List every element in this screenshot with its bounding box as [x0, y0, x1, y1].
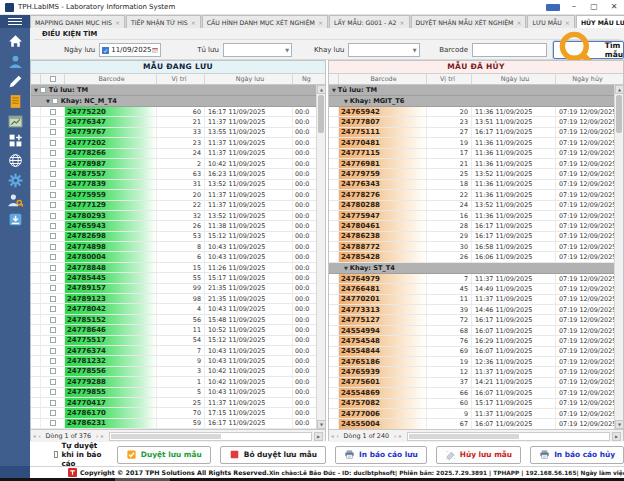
collapse-icon[interactable]: ▼ [34, 87, 38, 93]
table-row[interactable]: 24777006911:37 11/09/202507:19 12/09/202… [329, 409, 614, 419]
select-all-checkbox[interactable] [41, 74, 65, 84]
table-row[interactable]: 247778072313:51 11/09/202507:19 12/09/20… [329, 117, 614, 127]
table-row[interactable]: 247704811911:36 11/09/202507:19 12/09/20… [329, 138, 614, 148]
row-checkbox[interactable] [41, 408, 65, 417]
tab-4[interactable]: LẤY MẪU: G001 - A2× [329, 15, 410, 28]
table-row[interactable]: 24779288110:42 11/09/202500:0 [31, 377, 316, 387]
hscroll-right-icon[interactable]: ▶ [612, 432, 621, 441]
row-checkbox[interactable] [41, 336, 65, 345]
table-row[interactable]: 247771292211:37 11/09/202500:0 [31, 201, 316, 211]
group-row[interactable]: ▼Khay: NC_M_T4 [31, 96, 316, 107]
print-destroy-report-button[interactable]: In báo cáo hủy [530, 446, 624, 464]
calendar-icon[interactable] [152, 47, 158, 53]
hscroll-right-icon[interactable]: ▶ [314, 432, 323, 441]
table-row[interactable]: 247751112716:17 11/09/202507:19 12/09/20… [329, 128, 614, 138]
table-row[interactable]: 247797592513:52 11/09/202507:19 12/09/20… [329, 169, 614, 179]
account-indicator-icon[interactable] [546, 4, 560, 11]
group-row[interactable]: ▼Tủ lưu: TM [31, 85, 316, 96]
table-row[interactable]: 247651861912:36 11/09/202507:19 12/09/20… [329, 357, 614, 367]
table-row[interactable]: 24774898810:43 11/09/202500:0 [31, 242, 316, 252]
pager-next-button[interactable]: › [96, 433, 98, 439]
destroy-sample-button[interactable]: Hủy lưu mẫu [436, 446, 521, 464]
table-row[interactable]: 24764979711:37 11/09/202507:19 12/09/202… [329, 274, 614, 284]
user-icon[interactable] [7, 53, 24, 70]
table-row[interactable]: 24778556310:42 11/09/202500:0 [31, 367, 316, 377]
row-checkbox[interactable] [41, 180, 65, 189]
table-row[interactable]: 247752206016:17 11/09/202500:0 [31, 107, 316, 117]
column-header-cut[interactable]: Ng [293, 74, 318, 84]
table-row[interactable]: 247782662411:37 11/09/202500:0 [31, 149, 316, 159]
row-checkbox[interactable] [41, 252, 65, 261]
tab-close-icon[interactable]: × [191, 19, 196, 26]
table-row[interactable]: 247778393113:52 11/09/202500:0 [31, 180, 316, 190]
row-checkbox[interactable] [41, 377, 65, 386]
tab-3[interactable]: CẤU HÌNH DANH MỤC XÉT NGHIỆM× [202, 15, 328, 28]
column-header-saved-date[interactable]: Ngày lưu [205, 74, 293, 84]
row-checkbox[interactable] [41, 128, 65, 137]
column-header-position[interactable]: Vị trí [157, 74, 205, 84]
unapprove-save-button[interactable]: Bỏ duyệt lưu mẫu [220, 446, 326, 464]
table-row[interactable]: 247891579921:35 11/09/202500:0 [31, 284, 316, 294]
table-row[interactable]: 247769812111:36 11/09/202507:19 12/09/20… [329, 159, 614, 169]
table-row[interactable]: 247759592011:37 11/09/202500:0 [31, 190, 316, 200]
row-checkbox[interactable] [41, 388, 65, 397]
hscroll-thumb[interactable] [111, 434, 222, 439]
cabinet-select[interactable]: ▼ [223, 43, 292, 57]
row-checkbox[interactable] [41, 346, 65, 355]
search-button[interactable]: Tìm mẫu [553, 41, 624, 59]
row-checkbox[interactable] [41, 232, 65, 241]
row-checkbox[interactable] [41, 356, 65, 365]
table-row[interactable]: 247797673313:55 11/09/202500:0 [31, 128, 316, 138]
row-checkbox[interactable] [41, 367, 65, 376]
table-row[interactable]: 245549946816:07 11/09/202507:19 12/09/20… [329, 326, 614, 336]
tab-close-icon[interactable]: × [516, 19, 521, 26]
table-row[interactable]: 247887723016:58 11/09/202507:19 12/09/20… [329, 242, 614, 252]
collapse-icon[interactable]: ▼ [332, 87, 336, 93]
row-checkbox[interactable] [41, 315, 65, 324]
barcode-input[interactable] [472, 43, 547, 57]
table-row[interactable]: 247659391211:37 11/09/202507:19 12/09/20… [329, 367, 614, 377]
table-row[interactable]: 24776374710:43 11/09/202500:0 [31, 346, 316, 356]
pen-icon[interactable] [7, 73, 24, 90]
archive-icon[interactable] [7, 211, 24, 228]
table-row[interactable]: 247861707017:15 11/09/202500:0 [31, 408, 316, 418]
group-checkbox[interactable] [40, 87, 46, 93]
tray-select[interactable]: ▼ [348, 43, 419, 57]
table-row[interactable]: 247854282616:06 11/09/202507:19 12/09/20… [329, 252, 614, 262]
row-checkbox[interactable] [41, 221, 65, 230]
table-row[interactable]: 247545487616:29 11/09/202507:19 12/09/20… [329, 336, 614, 346]
close-button[interactable]: ✕ [604, 0, 624, 15]
table-row[interactable]: 245550046716:07 11/09/202507:19 12/09/20… [329, 419, 614, 429]
auto-approve-checkbox[interactable]: Tự duyệt khi in báo cáo [54, 441, 108, 468]
approve-save-button[interactable]: Duyệt lưu mẫu [117, 446, 211, 464]
menu-toggle-button[interactable] [0, 15, 30, 28]
table-row[interactable]: 245548446916:07 11/09/202507:19 12/09/20… [329, 347, 614, 357]
hscroll-thumb[interactable] [409, 434, 520, 439]
table-row[interactable]: 247788481511:26 11/09/202500:0 [31, 263, 316, 273]
table-row[interactable]: 247664814514:49 11/09/202507:19 12/09/20… [329, 284, 614, 294]
collapse-icon[interactable]: ▼ [344, 98, 348, 104]
row-checkbox[interactable] [41, 242, 65, 251]
row-checkbox[interactable] [41, 149, 65, 158]
column-header-position[interactable]: Vị trí [427, 74, 472, 84]
scroll-up-icon[interactable]: ▲ [317, 85, 325, 94]
table-row[interactable]: 247862382916:17 11/09/202507:19 12/09/20… [329, 232, 614, 242]
table-row[interactable]: 247804612816:17 11/09/202507:19 12/09/20… [329, 221, 614, 231]
column-header-barcode[interactable]: Barcode [65, 74, 157, 84]
pager-next-button[interactable]: › [394, 433, 396, 439]
date-checkbox[interactable]: ✓ [102, 47, 109, 54]
row-checkbox[interactable] [41, 273, 65, 282]
tab-close-icon[interactable]: × [399, 19, 404, 26]
user-key-icon[interactable] [7, 192, 24, 209]
row-checkbox[interactable] [41, 294, 65, 303]
minimize-button[interactable]: – [564, 0, 584, 15]
column-header-destroyed-date[interactable]: Ngày hủy [556, 74, 616, 84]
table-row[interactable]: 24780004610:43 11/09/202500:0 [31, 252, 316, 262]
row-checkbox[interactable] [41, 190, 65, 199]
scroll-thumb[interactable] [318, 95, 324, 133]
group-row[interactable]: ▼Tủ lưu: TM [329, 85, 614, 96]
table-row[interactable]: 247772022311:37 11/09/202500:0 [31, 138, 316, 148]
table-row[interactable]: 247875576316:23 11/09/202500:0 [31, 169, 316, 179]
horizontal-scrollbar[interactable] [407, 432, 610, 441]
scroll-down-icon[interactable]: ▼ [317, 420, 325, 429]
